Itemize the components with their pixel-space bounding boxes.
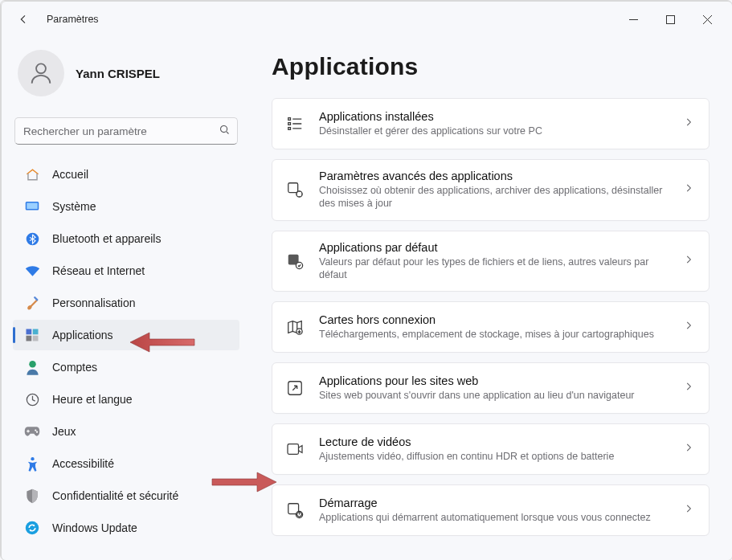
card-desc: Valeurs par défaut pour les types de fic… (319, 255, 669, 282)
card-title: Démarrage (319, 497, 669, 509)
svg-rect-0 (629, 19, 638, 20)
clock-globe-icon (24, 391, 40, 407)
card-title: Applications pour les sites web (319, 374, 669, 387)
sidebar-item-label: Système (52, 200, 96, 213)
sidebar-item-label: Accueil (52, 168, 88, 181)
sidebar-item-apps[interactable]: Applications (13, 320, 239, 350)
apps-icon (24, 327, 40, 343)
sidebar-item-label: Personnalisation (52, 296, 136, 309)
svg-point-12 (29, 361, 36, 368)
svg-rect-18 (288, 118, 291, 121)
svg-point-16 (31, 457, 34, 460)
bluetooth-icon (24, 231, 40, 247)
wifi-icon (24, 263, 40, 279)
page-title: Applications (272, 53, 710, 80)
window-title: Paramètres (47, 14, 99, 25)
sidebar-item-label: Confidentialité et sécurité (52, 489, 178, 502)
minimize-button[interactable] (615, 6, 652, 32)
card-offline-maps[interactable]: Cartes hors connexion Téléchargements, e… (272, 301, 710, 353)
card-startup[interactable]: Démarrage Applications qui démarrent aut… (272, 484, 710, 536)
svg-rect-21 (288, 183, 298, 193)
svg-rect-5 (27, 203, 38, 210)
sidebar-item-label: Heure et langue (52, 393, 133, 406)
sidebar-item-label: Jeux (52, 425, 76, 438)
svg-point-2 (36, 63, 46, 73)
profile-section[interactable]: Yann CRISPEL (13, 40, 246, 112)
accessibility-icon (24, 456, 40, 472)
svg-rect-8 (27, 329, 32, 335)
chevron-right-icon (683, 254, 697, 268)
svg-rect-9 (33, 329, 39, 335)
window-buttons (615, 6, 726, 32)
svg-rect-20 (288, 128, 291, 130)
search-input[interactable] (23, 125, 219, 137)
app-gear-icon (285, 180, 305, 199)
sidebar-item-update[interactable]: Windows Update (13, 513, 239, 543)
sidebar-item-accessibility[interactable]: Accessibilité (13, 448, 239, 479)
share-icon (285, 378, 305, 398)
card-desc: Applications qui démarrent automatiqueme… (319, 511, 669, 524)
chevron-right-icon (683, 182, 697, 197)
card-title: Lecture de vidéos (319, 435, 669, 448)
back-button[interactable] (14, 10, 32, 28)
chevron-right-icon (683, 442, 697, 456)
card-title: Cartes hors connexion (319, 313, 669, 326)
search-icon (219, 124, 231, 139)
list-icon (285, 114, 305, 133)
close-button[interactable] (689, 6, 726, 32)
sidebar-item-label: Réseau et Internet (52, 264, 145, 277)
sidebar-item-label: Comptes (52, 361, 97, 374)
sidebar: Yann CRISPEL Accueil Système (2, 37, 247, 560)
card-installed-apps[interactable]: Applications installées Désinstaller et … (272, 98, 710, 149)
svg-point-22 (296, 191, 302, 197)
card-desc: Sites web pouvant s'ouvrir dans une appl… (319, 389, 669, 402)
sidebar-item-privacy[interactable]: Confidentialité et sécurité (13, 480, 239, 511)
svg-rect-27 (288, 444, 299, 455)
settings-cards: Applications installées Désinstaller et … (272, 98, 710, 536)
svg-rect-10 (27, 336, 32, 341)
svg-point-15 (36, 431, 38, 433)
person-icon (24, 359, 40, 375)
update-icon (24, 520, 40, 536)
card-advanced-app-settings[interactable]: Paramètres avancés des applications Choi… (272, 159, 710, 221)
svg-rect-1 (666, 15, 674, 23)
svg-point-17 (26, 521, 39, 535)
map-icon (285, 317, 305, 337)
card-title: Paramètres avancés des applications (319, 170, 669, 182)
sidebar-item-bluetooth[interactable]: Bluetooth et appareils (13, 223, 239, 254)
titlebar: Paramètres (2, 2, 732, 37)
video-icon (285, 439, 305, 459)
sidebar-item-accounts[interactable]: Comptes (13, 352, 239, 382)
sidebar-item-personalization[interactable]: Personnalisation (13, 288, 239, 318)
default-apps-icon (285, 251, 305, 271)
sidebar-item-label: Accessibilité (52, 457, 114, 470)
sidebar-item-network[interactable]: Réseau et Internet (13, 255, 239, 286)
sidebar-item-gaming[interactable]: Jeux (13, 416, 239, 447)
home-icon (24, 166, 40, 182)
sidebar-item-label: Applications (52, 329, 113, 341)
svg-point-14 (35, 429, 36, 431)
chevron-right-icon (683, 503, 697, 517)
card-desc: Téléchargements, emplacement de stockage… (319, 328, 669, 341)
sidebar-item-time[interactable]: Heure et langue (13, 384, 239, 415)
card-apps-for-websites[interactable]: Applications pour les sites web Sites we… (272, 362, 710, 414)
nav-list: Accueil Système Bluetooth et appareils R… (13, 159, 239, 543)
svg-rect-19 (288, 123, 291, 125)
card-title: Applications par défaut (319, 241, 669, 254)
search-box[interactable] (14, 117, 238, 145)
brush-icon (24, 295, 40, 311)
avatar (18, 50, 64, 96)
maximize-button[interactable] (652, 6, 689, 32)
card-desc: Désinstaller et gérer des applications s… (319, 125, 669, 137)
card-default-apps[interactable]: Applications par défaut Valeurs par défa… (272, 231, 710, 292)
sidebar-item-system[interactable]: Système (13, 191, 239, 222)
card-title: Applications installées (319, 110, 669, 123)
system-icon (24, 198, 40, 215)
svg-rect-11 (33, 336, 39, 341)
sidebar-item-home[interactable]: Accueil (13, 159, 239, 190)
gamepad-icon (24, 423, 40, 439)
shield-icon (24, 488, 40, 504)
card-video-playback[interactable]: Lecture de vidéos Ajustements vidéo, dif… (272, 423, 710, 475)
sidebar-item-label: Bluetooth et appareils (52, 232, 161, 245)
main-content: Applications Applications installées Dés… (247, 37, 732, 560)
